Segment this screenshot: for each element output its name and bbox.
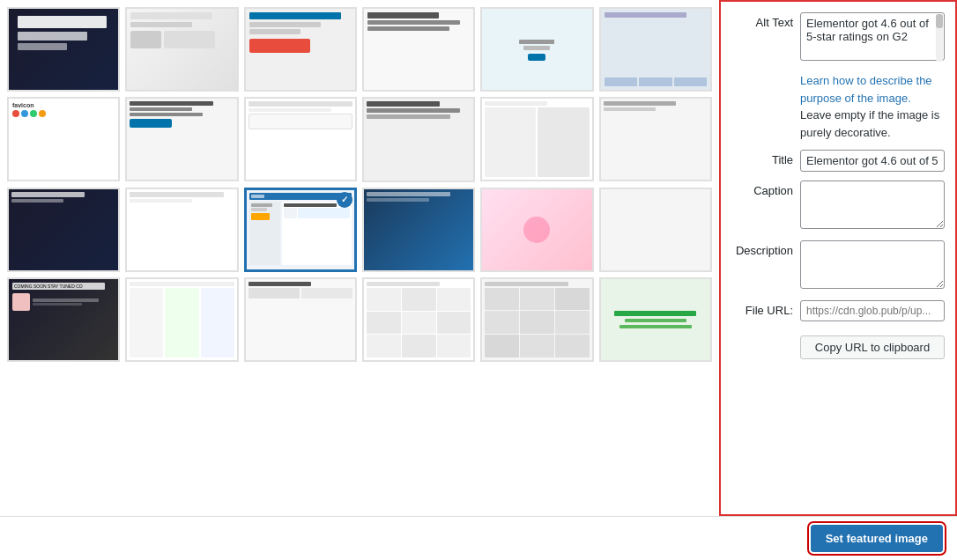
title-field-row: Title — [731, 150, 945, 172]
image-grid-area[interactable]: favicon — [0, 0, 719, 516]
image-cell-23[interactable] — [480, 277, 593, 362]
alt-text-scrollbar-thumb — [936, 14, 943, 28]
alt-text-helper: Learn how to describe the purpose of the… — [731, 72, 945, 141]
file-url-field-row: File URL: — [731, 300, 945, 321]
image-cell-2[interactable] — [125, 7, 238, 92]
image-cell-16[interactable] — [362, 188, 475, 272]
alt-text-label: Alt Text — [731, 12, 793, 29]
image-cell-6[interactable] — [599, 7, 712, 92]
image-cell-21[interactable] — [244, 277, 357, 362]
image-cell-24[interactable] — [599, 277, 712, 362]
image-grid: favicon — [7, 7, 712, 362]
image-cell-10[interactable] — [362, 97, 475, 181]
file-url-input-area — [800, 300, 945, 321]
set-featured-image-button[interactable]: Set featured image — [811, 525, 943, 552]
image-cell-12[interactable] — [599, 97, 712, 181]
bottom-bar: Set featured image — [0, 516, 957, 560]
image-cell-20[interactable] — [125, 277, 238, 362]
description-textarea[interactable] — [800, 240, 945, 289]
main-container: favicon — [0, 0, 957, 516]
title-label: Title — [731, 150, 793, 166]
learn-link[interactable]: Learn how to describe the purpose of the… — [800, 74, 932, 105]
caption-textarea[interactable] — [800, 181, 945, 229]
image-cell-14[interactable] — [125, 188, 238, 272]
alt-text-textarea[interactable] — [800, 12, 945, 61]
image-cell-19[interactable]: COMING SOON STAY TUNED CO — [7, 277, 120, 362]
caption-field-row: Caption — [731, 181, 945, 232]
image-cell-17[interactable] — [480, 188, 593, 272]
image-cell-7[interactable]: favicon — [7, 97, 120, 181]
image-cell-11[interactable] — [480, 97, 593, 181]
image-cell-9[interactable] — [244, 97, 357, 181]
image-cell-18[interactable] — [599, 188, 712, 272]
title-input-area — [800, 150, 945, 172]
description-label: Description — [731, 240, 793, 257]
image-cell-1[interactable] — [7, 7, 120, 92]
helper-text: Leave empty if the image is purely decor… — [800, 108, 939, 139]
image-cell-22[interactable] — [362, 277, 475, 362]
image-cell-13[interactable] — [7, 188, 120, 272]
file-url-input[interactable] — [800, 300, 945, 321]
caption-input-area — [800, 181, 945, 232]
description-input-area — [800, 240, 945, 291]
alt-text-input-area — [800, 12, 945, 63]
alt-text-scrollbar — [936, 14, 943, 62]
copy-url-button[interactable]: Copy URL to clipboard — [800, 335, 945, 359]
description-field-row: Description — [731, 240, 945, 291]
title-input[interactable] — [800, 150, 945, 172]
image-cell-15[interactable]: ✓ — [244, 188, 357, 272]
image-cell-8[interactable] — [125, 97, 238, 181]
image-cell-5[interactable] — [480, 7, 593, 92]
image-cell-3[interactable] — [244, 7, 357, 92]
image-cell-4[interactable] — [362, 7, 475, 92]
file-url-label: File URL: — [731, 300, 793, 317]
right-panel: Alt Text Learn how to describe the purpo… — [719, 0, 957, 516]
copy-url-button-container: Copy URL to clipboard — [731, 330, 945, 359]
caption-label: Caption — [731, 181, 793, 197]
alt-text-field-row: Alt Text — [731, 12, 945, 63]
